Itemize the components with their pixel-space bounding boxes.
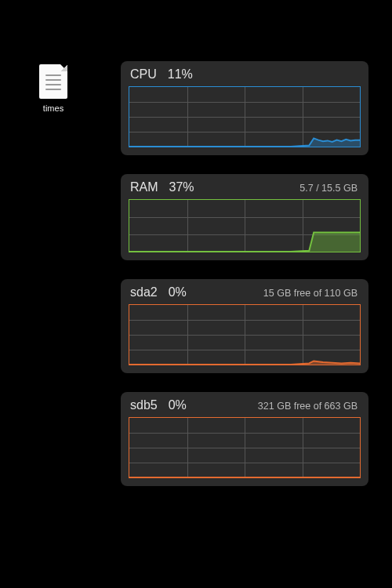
sdb5-widget[interactable]: sdb5 0% 321 GB free of 663 GB bbox=[121, 392, 368, 486]
text-file-icon bbox=[39, 64, 67, 99]
ram-chart bbox=[129, 199, 361, 252]
sdb5-widget-value: 0% bbox=[169, 398, 187, 412]
cpu-chart bbox=[129, 86, 361, 147]
ram-chart-svg bbox=[129, 200, 360, 252]
sda2-chart-svg bbox=[129, 305, 360, 365]
sda2-widget[interactable]: sda2 0% 15 GB free of 110 GB bbox=[121, 279, 368, 373]
sdb5-widget-name: sdb5 bbox=[130, 398, 158, 412]
ram-widget[interactable]: RAM 37% 5.7 / 15.5 GB bbox=[121, 174, 368, 260]
sdb5-chart bbox=[129, 417, 361, 478]
cpu-chart-svg bbox=[129, 87, 360, 147]
sdb5-chart-svg bbox=[129, 418, 360, 477]
sda2-widget-header: sda2 0% 15 GB free of 110 GB bbox=[129, 285, 361, 299]
ram-widget-value: 37% bbox=[169, 180, 194, 194]
sdb5-widget-detail: 321 GB free of 663 GB bbox=[258, 401, 361, 412]
desktop-file-icon[interactable]: times bbox=[31, 64, 75, 113]
sda2-widget-detail: 15 GB free of 110 GB bbox=[263, 288, 361, 299]
ram-widget-header: RAM 37% 5.7 / 15.5 GB bbox=[129, 180, 361, 194]
sdb5-widget-header: sdb5 0% 321 GB free of 663 GB bbox=[129, 398, 361, 412]
desktop-file-label: times bbox=[43, 103, 64, 113]
cpu-widget-header: CPU 11% bbox=[129, 67, 361, 82]
sda2-widget-value: 0% bbox=[169, 285, 187, 299]
ram-widget-detail: 5.7 / 15.5 GB bbox=[299, 183, 361, 194]
cpu-widget[interactable]: CPU 11% bbox=[121, 61, 368, 155]
ram-widget-name: RAM bbox=[130, 180, 158, 194]
sda2-widget-name: sda2 bbox=[130, 285, 158, 299]
cpu-widget-name: CPU bbox=[130, 67, 157, 82]
system-monitor-widgets: CPU 11% RAM 37% 5.7 / 15.5 GB bbox=[121, 61, 368, 505]
sda2-chart bbox=[129, 304, 361, 365]
cpu-widget-value: 11% bbox=[168, 67, 193, 82]
